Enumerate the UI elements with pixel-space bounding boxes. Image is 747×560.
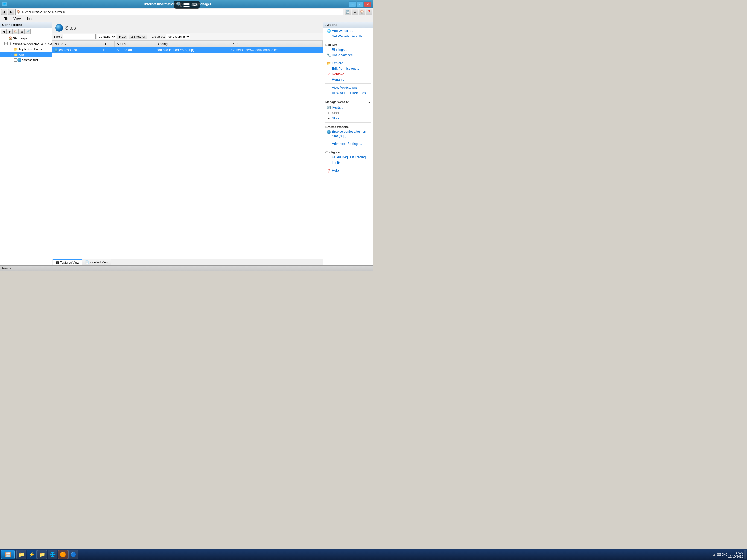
view-vdirs-link[interactable]: View Virtual Directories	[332, 91, 366, 95]
menu-view[interactable]: View	[11, 17, 23, 21]
sites-toggle[interactable]: −	[10, 53, 13, 56]
action-limits[interactable]: Limits...	[323, 160, 374, 166]
forward-button[interactable]: ▶	[8, 9, 14, 15]
stop-link[interactable]: Stop	[332, 117, 339, 120]
set-defaults-link[interactable]: Set Website Defaults...	[332, 34, 365, 38]
server-label: WINDOWS2012R2 (WINDOWS...	[13, 42, 52, 45]
sites-label: Sites	[19, 53, 25, 56]
refresh-button[interactable]: 🔄	[344, 9, 351, 15]
action-basic-settings[interactable]: 🔧 Basic Settings...	[323, 52, 374, 58]
action-restart[interactable]: 🔄 Restart	[323, 105, 374, 110]
close-button[interactable]: ✕	[364, 1, 371, 7]
cell-id: 1	[100, 47, 114, 53]
action-edit-permissions[interactable]: Edit Permissions...	[323, 66, 374, 71]
col-status[interactable]: Status	[114, 41, 154, 47]
connections-panel: Connections ◀ ▶ 🏠 🖥 🔗 🏠 Start Page − 🖥 W…	[0, 22, 52, 265]
action-stop[interactable]: ■ Stop	[323, 116, 374, 121]
divider-5	[325, 122, 371, 123]
tree-item-server[interactable]: − 🖥 WINDOWS2012R2 (WINDOWS...	[0, 41, 52, 47]
tree-item-app-pools[interactable]: 📁 Application Pools	[0, 47, 52, 52]
divider-2	[325, 59, 371, 59]
server-toggle[interactable]: −	[4, 42, 8, 45]
basic-settings-link[interactable]: Basic Settings...	[332, 53, 356, 57]
col-binding[interactable]: Binding	[154, 41, 229, 47]
restart-link[interactable]: Restart	[332, 105, 343, 109]
breadcrumb-server: WINDOWS2012R2	[25, 10, 51, 14]
connections-toolbar: ◀ ▶ 🏠 🖥 🔗	[0, 28, 52, 35]
manage-website-collapse[interactable]: ▲	[367, 100, 371, 104]
toolbar-back[interactable]: ◀	[1, 29, 6, 34]
stop-button[interactable]: ✕	[352, 9, 358, 15]
toolbar-computer[interactable]: 🖥	[19, 29, 25, 34]
col-path[interactable]: Path	[229, 41, 323, 47]
action-explore[interactable]: 📂 Explore	[323, 60, 374, 66]
breadcrumb-home: 🏠	[17, 10, 21, 14]
minimize-button[interactable]: ─	[349, 1, 356, 7]
edit-permissions-link[interactable]: Edit Permissions...	[332, 67, 359, 71]
cell-name: contoso.test	[52, 47, 100, 53]
tab-features-view[interactable]: ⊞ Features View	[53, 259, 82, 265]
server-icon: 🖥	[8, 42, 12, 46]
action-rename[interactable]: Rename	[323, 77, 374, 82]
action-browse-contoso[interactable]: Browse contoso.test on *:80 (http)	[323, 129, 374, 138]
toolbar-home[interactable]: 🏠	[13, 29, 19, 34]
action-help[interactable]: ❓ Help	[323, 168, 374, 173]
filter-mode-dropdown[interactable]: Contains	[97, 34, 116, 40]
help-button[interactable]: ❓	[366, 9, 372, 15]
show-all-button[interactable]: ⊞ Show All	[129, 34, 147, 40]
action-bindings[interactable]: Bindings...	[323, 47, 374, 52]
add-website-link[interactable]: Add Website...	[332, 29, 353, 33]
action-failed-tracing[interactable]: Failed Request Tracing...	[323, 154, 374, 160]
action-remove[interactable]: ✕ Remove	[323, 71, 374, 77]
remove-link[interactable]: Remove	[332, 72, 344, 76]
add-website-icon: 🌐	[327, 29, 331, 33]
back-button[interactable]: ◀	[1, 9, 7, 15]
failed-tracing-link[interactable]: Failed Request Tracing...	[332, 155, 368, 159]
contoso-toggle[interactable]: +	[14, 58, 18, 61]
toolbar-connect[interactable]: 🔗	[25, 29, 31, 34]
action-add-website[interactable]: 🌐 Add Website...	[323, 28, 374, 34]
browse-contoso-link[interactable]: Browse contoso.test on *:80 (http)	[332, 130, 371, 138]
connections-panel-header: Connections	[0, 22, 52, 28]
tree-item-contoso[interactable]: + contoso.test	[0, 57, 52, 62]
menu-file[interactable]: File	[1, 17, 11, 21]
tab-content-view[interactable]: 📄 Content View	[82, 259, 111, 265]
app-icon: 🌐	[2, 2, 6, 6]
cell-binding: contoso.test on *:80 (http)	[154, 47, 229, 53]
rename-link[interactable]: Rename	[332, 78, 344, 81]
main-layout: Connections ◀ ▶ 🏠 🖥 🔗 🏠 Start Page − 🖥 W…	[0, 22, 374, 265]
limits-link[interactable]: Limits...	[332, 161, 343, 164]
go-icon: ▶	[119, 35, 121, 39]
menu-help[interactable]: Help	[23, 17, 34, 21]
magnifier-overlay: 🔍 ⌨	[174, 1, 200, 9]
table-row[interactable]: contoso.test 1 Started (ht... contoso.te…	[52, 47, 323, 53]
col-name[interactable]: Name ▲	[52, 41, 100, 47]
view-apps-link[interactable]: View Applications	[332, 85, 357, 90]
section-browse-website: Browse Website	[323, 124, 374, 129]
window-controls: ─ □ ✕	[349, 1, 371, 7]
toolbar-forward[interactable]: ▶	[7, 29, 12, 34]
bindings-link[interactable]: Bindings...	[332, 48, 347, 52]
tree-item-start-page[interactable]: 🏠 Start Page	[0, 35, 52, 41]
home-button[interactable]: 🏠	[359, 9, 365, 15]
address-field[interactable]: 🏠 ▶ WINDOWS2012R2 ▶ Sites ▶	[15, 9, 343, 15]
section-configure: Configure	[323, 149, 374, 154]
action-view-vdirs[interactable]: View Virtual Directories	[323, 90, 374, 96]
action-advanced-settings[interactable]: Advanced Settings...	[323, 141, 374, 147]
col-id[interactable]: ID	[100, 41, 114, 47]
advanced-settings-link[interactable]: Advanced Settings...	[332, 142, 362, 146]
contoso-label: contoso.test	[22, 58, 38, 61]
group-by-dropdown[interactable]: No Grouping	[166, 34, 190, 40]
tree-view: 🏠 Start Page − 🖥 WINDOWS2012R2 (WINDOWS.…	[0, 35, 52, 265]
go-button[interactable]: ▶ Go	[117, 34, 128, 40]
menu-bar: File View Help	[0, 16, 374, 22]
explore-link[interactable]: Explore	[332, 61, 343, 65]
filter-input[interactable]	[63, 34, 96, 40]
help-link[interactable]: Help	[332, 169, 339, 173]
action-view-apps[interactable]: View Applications	[323, 85, 374, 90]
app-pools-icon: 📁	[14, 47, 18, 51]
address-right-buttons: 🔄 ✕ 🏠 ❓	[344, 9, 372, 15]
maximize-button[interactable]: □	[357, 1, 364, 7]
tree-item-sites[interactable]: − 📁 Sites	[0, 52, 52, 57]
action-set-defaults[interactable]: Set Website Defaults...	[323, 34, 374, 39]
